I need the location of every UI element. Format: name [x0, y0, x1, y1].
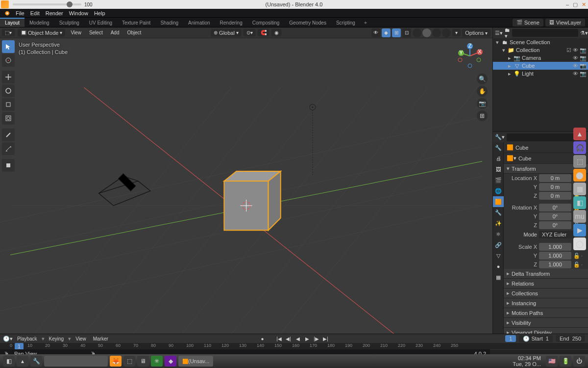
workspace-tab-uv-editing[interactable]: UV Editing [84, 19, 117, 27]
tool-scale[interactable] [2, 98, 15, 111]
nav-gizmo[interactable]: X Y Z [456, 42, 484, 70]
workspace-tab-shading[interactable]: Shading [155, 19, 183, 27]
viewport-canvas[interactable]: User Perspective (1) Collection | Cube X… [0, 38, 492, 334]
outliner-collection[interactable]: ▾📁Collection☑ 👁 📷 [493, 46, 588, 54]
tab-world[interactable]: 🌐 [493, 185, 504, 196]
taskbar-workspaces[interactable] [44, 356, 108, 367]
tab-modifiers[interactable]: 🔧 [493, 207, 504, 218]
workspace-tab-texture-paint[interactable]: Texture Paint [117, 19, 155, 27]
mode-selector[interactable]: 🔲 Object Mode ▾ [18, 29, 65, 37]
scale-value-x[interactable]: 1.000 [539, 243, 571, 251]
panel-delta-transform[interactable]: ▸Delta Transform [504, 269, 588, 279]
keyframe-prev-icon[interactable]: ◀| [285, 335, 293, 342]
viewlayer-selector[interactable]: 🖼 ViewLayer [545, 19, 585, 26]
nav-ortho-icon[interactable]: ⊞ [477, 110, 488, 121]
tab-particles[interactable]: ✨ [493, 218, 504, 229]
dock-app-5[interactable]: ▦ [573, 183, 586, 195]
dock-app-9[interactable]: ◯ [573, 237, 586, 250]
viewport-menu-view[interactable]: View [68, 30, 84, 35]
timeline-editor-icon[interactable]: 🕐▾ [3, 336, 13, 342]
tool-cursor[interactable] [2, 54, 15, 67]
scene-selector[interactable]: 🎬 Scene [513, 19, 543, 26]
viewport-menu-select[interactable]: Select [87, 30, 105, 35]
autokey-toggle[interactable]: ● [259, 335, 267, 342]
taskbar-app2-icon[interactable]: ✳ [151, 356, 163, 367]
add-workspace-button[interactable]: + [360, 20, 371, 26]
dock-app-8[interactable]: ▶ [573, 224, 586, 237]
menu-render[interactable]: Render [43, 10, 66, 16]
gizmo-toggle[interactable]: ◆ [382, 28, 391, 37]
overlay-toggle[interactable]: ⊞ [392, 28, 401, 37]
taskbar-flag-icon[interactable]: 🇺🇸 [546, 356, 558, 367]
taskbar-blender-window[interactable]: 🟧 (Unsav... [178, 356, 213, 367]
shading-options[interactable]: ▾ [452, 29, 461, 36]
lock-icon[interactable]: 🔓 [573, 253, 579, 259]
scale-value-z[interactable]: 1.000 [539, 261, 571, 268]
tool-select[interactable] [2, 40, 15, 53]
workspace-tab-scripting[interactable]: Scripting [331, 19, 360, 27]
snap-toggle[interactable]: 🧲 [258, 29, 270, 36]
panel-instancing[interactable]: ▸Instancing [504, 298, 588, 308]
loc-value-z[interactable]: 0 m [539, 192, 571, 200]
shading-wireframe[interactable] [413, 28, 421, 37]
workspace-tab-geometry-nodes[interactable]: Geometry Nodes [284, 19, 331, 27]
outliner-item-camera[interactable]: ▸📷Camera👁 📷 [493, 54, 588, 62]
tab-data[interactable]: ▽ [493, 250, 504, 261]
tool-annotate[interactable] [2, 129, 15, 141]
orientation-selector[interactable]: ⊕ Global ▾ [211, 29, 242, 37]
nav-zoom-icon[interactable]: 🔍 [477, 74, 488, 84]
dock-blender-icon[interactable]: ⬤ [573, 169, 586, 182]
dock-app-7[interactable]: mu [573, 210, 586, 223]
loc-value-y[interactable]: 0 m [539, 183, 571, 191]
timeline-menu-view[interactable]: View [73, 336, 89, 342]
panel-motion-paths[interactable]: ▸Motion Paths [504, 308, 588, 318]
properties-editor-icon[interactable]: 🔧▾ [495, 134, 505, 140]
taskbar-clock[interactable]: 02:34 PM Tue, 29 O... [513, 355, 544, 367]
outliner-filter-icon[interactable]: ⚗▾ [580, 29, 588, 37]
dock-app-1[interactable]: ▲ [573, 128, 586, 140]
tab-output[interactable]: 🖨 [493, 153, 504, 164]
tab-texture[interactable]: ▦ [493, 272, 504, 283]
taskbar-app3-icon[interactable]: ◆ [165, 356, 176, 367]
menu-file[interactable]: File [13, 10, 27, 16]
rot-value-z[interactable]: 0° [539, 221, 571, 229]
taskbar-power-icon[interactable]: ⏻ [573, 356, 585, 367]
outliner-search[interactable] [512, 29, 578, 37]
play-reverse-icon[interactable]: ◀ [294, 335, 302, 342]
taskbar-settings-icon[interactable]: 🔧 [30, 356, 42, 367]
rot-value-y[interactable]: 0° [539, 212, 571, 220]
taskbar-app-icon[interactable]: ⬚ [123, 356, 135, 367]
jump-start-icon[interactable]: |◀ [275, 335, 283, 342]
tab-object[interactable]: 🟧 [493, 196, 504, 207]
taskbar-firefox-icon[interactable]: 🦊 [110, 356, 122, 367]
viewport-options-button[interactable]: Options ▾ [462, 29, 490, 37]
visibility-icon[interactable]: 👁 [371, 28, 380, 37]
workspace-tab-animation[interactable]: Animation [183, 19, 215, 27]
taskbar-battery-icon[interactable]: 🔋 [560, 356, 571, 367]
workspace-tab-layout[interactable]: Layout [0, 18, 24, 27]
panel-collections[interactable]: ▸Collections [504, 289, 588, 298]
tab-scene[interactable]: 🎬 [493, 175, 504, 185]
tab-viewlayer[interactable]: 🖼 [493, 164, 504, 175]
outliner-editor-icon[interactable]: ☰▾ [495, 29, 503, 37]
shading-rendered[interactable] [442, 28, 451, 37]
timeline-menu-keying[interactable]: Keying [47, 336, 67, 342]
play-icon[interactable]: ▶ [303, 335, 311, 342]
tool-move[interactable] [2, 71, 15, 83]
loc-value-x[interactable]: 0 m [539, 174, 571, 182]
shading-material[interactable] [432, 28, 441, 37]
editor-type-selector[interactable]: ⬚▾ [2, 29, 15, 36]
tool-rotate[interactable] [2, 84, 15, 97]
proportional-edit-toggle[interactable]: ◉ [271, 29, 282, 36]
tab-constraints[interactable]: 🔗 [493, 239, 504, 250]
jump-end-icon[interactable]: ▶| [322, 335, 330, 342]
panel-visibility[interactable]: ▸Visibility [504, 318, 588, 328]
window-close-button[interactable]: ✕ [582, 1, 586, 8]
current-frame[interactable]: 1 [505, 335, 516, 342]
shading-solid[interactable] [422, 28, 431, 37]
prop-datablock-name[interactable]: Cube [518, 156, 531, 161]
window-maximize-button[interactable]: ▢ [573, 1, 578, 8]
outliner-item-light[interactable]: ▸💡Light👁 📷 [493, 70, 588, 78]
outliner-item-cube[interactable]: ▸▽Cube👁 📷 [493, 62, 588, 70]
workspace-tab-modeling[interactable]: Modeling [24, 19, 54, 27]
